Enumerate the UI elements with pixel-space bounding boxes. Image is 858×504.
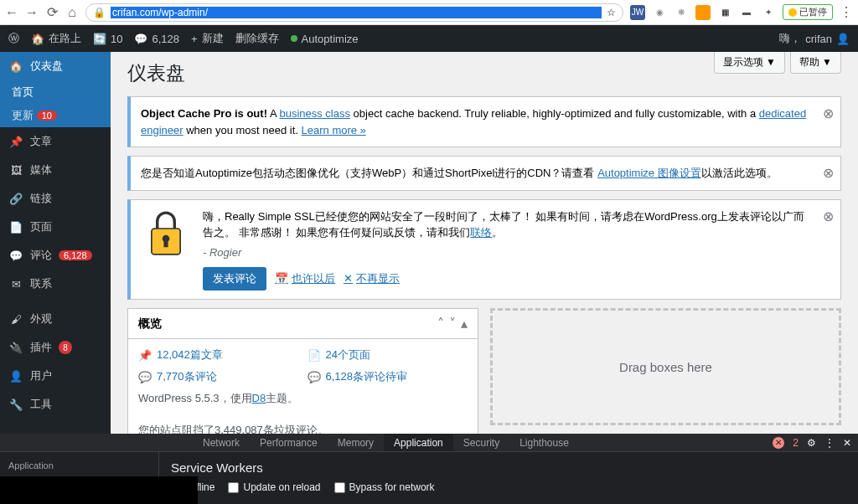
tab-performance[interactable]: Performance [250,434,328,451]
wp-version: WordPress 5.5.3，使用D8主题。 [138,391,468,406]
pending-count-link[interactable]: 💬6,128条评论待审 [308,369,468,384]
tab-lighthouse[interactable]: Lighthouse [509,434,579,451]
menu-posts[interactable]: 📌文章 [0,127,111,156]
user-greeting[interactable]: 嗨，crifan 👤 [779,31,850,46]
x-icon: ✕ [344,270,353,287]
comments-count-link[interactable]: 💬7,770条评论 [138,369,299,384]
tab-memory[interactable]: Memory [328,434,384,451]
comment-icon: 💬 [8,248,23,263]
ext-icon-4[interactable] [695,5,711,20]
wp-logo-icon[interactable]: ⓦ [8,31,19,46]
forward-icon[interactable]: → [25,6,39,19]
dropzone[interactable]: Drag boxes here [490,308,841,425]
menu-links[interactable]: 🔗链接 [0,184,111,213]
notice-signature: - Rogier [203,244,809,261]
url-bar[interactable]: 🔒 crifan.com/wp-admin/ ☆ [85,3,623,22]
comment-icon: 💬 [308,371,321,383]
sw-title: Service Workers [171,460,846,475]
pages-count-link[interactable]: 📄24个页面 [308,347,468,363]
wrench-icon: 🔧 [8,397,23,412]
ssl-lock-icon [141,208,191,259]
kebab-icon[interactable]: ⋮ [840,6,853,19]
menu-tools[interactable]: 🔧工具 [0,390,111,419]
page-icon: 📄 [8,219,23,234]
business-class-link[interactable]: business class [279,107,350,120]
tab-application[interactable]: Application [384,434,453,451]
ext-icon-1[interactable]: JW [630,5,645,20]
svg-rect-2 [163,239,168,247]
puzzle-icon[interactable]: ✦ [761,5,776,20]
lock-icon: 🔒 [93,7,106,18]
ext-icon-3[interactable]: ❋ [674,5,689,20]
autoptimize-settings-link[interactable]: Autoptimize 图像设置 [597,167,701,179]
screen-options-button[interactable]: 显示选项 ▼ [714,52,785,74]
never-show-link[interactable]: ✕不再显示 [344,270,400,287]
link-icon: 🔗 [8,191,23,206]
down-icon[interactable]: ˅ [449,316,456,332]
comments-link[interactable]: 💬 6,128 [134,33,179,45]
close-icon[interactable]: ✕ [843,437,851,449]
home-icon[interactable]: ⌂ [65,6,79,19]
update-reload-check[interactable]: Update on reload [228,481,320,493]
kebab-icon[interactable]: ⋮ [824,437,835,449]
close-icon[interactable]: ⊗ [823,207,834,227]
menu-dashboard[interactable]: 🏠仪表盘 [0,52,111,80]
ext-icon-5[interactable]: ▦ [717,5,732,20]
page-icon: 📄 [308,349,321,362]
submenu-home[interactable]: 首页 [0,80,111,104]
brush-icon: 🖌 [8,311,23,327]
browser-toolbar: ← → ⟳ ⌂ 🔒 crifan.com/wp-admin/ ☆ JW ◉ ❋ … [0,0,858,25]
maybe-later-link[interactable]: 📅也许以后 [275,270,335,287]
wp-admin-bar: ⓦ 🏠 在路上 🔄 10 💬 6,128 + 新建 删除缓存 Autoptimi… [0,25,858,52]
pause-badge[interactable]: 已暂停 [783,4,833,20]
menu-appearance[interactable]: 🖌外观 [0,305,111,333]
back-icon[interactable]: ← [5,6,18,19]
updates-link[interactable]: 🔄 10 [93,33,122,45]
submenu-updates[interactable]: 更新 10 [0,104,111,127]
comment-icon: 💬 [138,371,152,383]
help-button[interactable]: 帮助 ▼ [790,52,841,74]
devtools-main: Service Workers Offline Update on reload… [159,452,858,504]
reload-icon[interactable]: ⟳ [45,6,59,19]
dashboard-icon: 🏠 [8,59,23,74]
site-link[interactable]: 🏠 在路上 [31,31,81,46]
menu-pages[interactable]: 📄页面 [0,213,111,241]
contact-link[interactable]: 联络 [470,226,492,239]
user-icon: 👤 [8,368,23,383]
menu-users[interactable]: 👤用户 [0,362,111,390]
overview-title: 概览 [138,316,162,332]
ext-icon-2[interactable]: ◉ [652,5,667,20]
menu-plugins[interactable]: 🔌插件 8 [0,333,111,362]
devtools-tabs: Network Performance Memory Application S… [0,434,858,452]
tab-network[interactable]: Network [193,434,250,451]
bypass-check[interactable]: Bypass for network [334,481,435,493]
tab-security[interactable]: Security [453,434,509,451]
app-section: Application [0,457,158,474]
theme-link[interactable]: D8 [252,392,266,404]
star-icon[interactable]: ☆ [607,7,616,18]
menu-contact[interactable]: ✉联系 [0,270,111,298]
spam-text: 您的站点阻挡了3,449,087条垃圾评论。 [138,423,468,434]
admin-sidebar: 🏠仪表盘 首页 更新 10 📌文章 🖼媒体 🔗链接 📄页面 💬评论 6,128 … [0,52,111,434]
close-icon[interactable]: ⊗ [823,163,834,183]
media-icon: 🖼 [8,162,23,177]
up-icon[interactable]: ˄ [437,316,444,332]
new-link[interactable]: + 新建 [191,31,224,46]
pin-icon: 📌 [138,349,152,362]
overview-box: 概览 ˄ ˅ ▴ 📌12,042篇文章 📄24个页面 💬7,770条评论 � [127,308,478,434]
toggle-icon[interactable]: ▴ [461,316,468,332]
close-icon[interactable]: ⊗ [823,104,834,124]
learn-more-link[interactable]: Learn more » [302,124,366,136]
pin-icon: 📌 [8,134,23,149]
autoptimize-link[interactable]: Autoptimize [291,33,359,45]
review-button[interactable]: 发表评论 [203,267,266,291]
notice-ssl: ⊗ 嗨，Really Simple SSL已经使您的网站安全了一段时间了，太棒了… [127,199,841,301]
cache-link[interactable]: 删除缓存 [235,31,279,46]
menu-media[interactable]: 🖼媒体 [0,156,111,184]
posts-count-link[interactable]: 📌12,042篇文章 [138,347,299,363]
ext-icon-6[interactable]: ▬ [739,5,754,20]
calendar-icon: 📅 [275,270,288,287]
menu-comments[interactable]: 💬评论 6,128 [0,241,111,270]
settings-icon[interactable]: ⚙ [807,437,816,449]
error-badge[interactable]: ✕ [773,437,784,449]
